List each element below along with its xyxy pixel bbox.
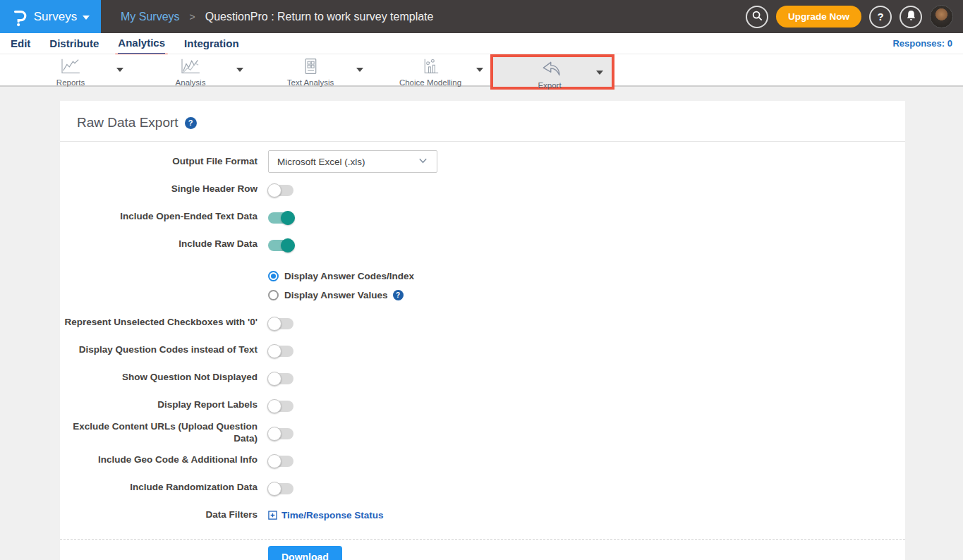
randomization-data-row: Include Randomization Data [60, 474, 905, 501]
product-switcher[interactable]: Surveys [0, 0, 101, 33]
toolbar-reports-label: Reports [56, 78, 85, 87]
open-ended-text-label: Include Open-Ended Text Data [60, 211, 258, 223]
include-raw-data-row: Include Raw Data [60, 231, 905, 258]
toolbar-analysis-label: Analysis [176, 78, 206, 87]
question-codes-toggle[interactable] [268, 346, 293, 357]
exclude-content-urls-row: Exclude Content URLs (Upload Question Da… [60, 419, 905, 446]
tab-distribute[interactable]: Distribute [49, 33, 99, 54]
tab-integration-label: Integration [184, 37, 239, 49]
question-not-displayed-label: Show Question Not Displayed [60, 372, 258, 384]
scatter-chart-icon [420, 58, 440, 78]
reports-dropdown-caret[interactable] [116, 68, 123, 72]
upgrade-now-button[interactable]: Upgrade Now [776, 6, 861, 28]
panel-header: Raw Data Export ? [60, 101, 905, 142]
output-format-value: Microsoft Excel (.xls) [277, 157, 418, 167]
unselected-checkboxes-row: Represent Unselected Checkboxes with '0' [60, 309, 905, 336]
breadcrumb-separator: > [190, 11, 195, 23]
data-filters-label: Data Filters [60, 509, 258, 521]
toggle-knob [267, 372, 281, 386]
answer-values-help-icon[interactable]: ? [393, 290, 404, 300]
toggle-knob [267, 482, 281, 496]
text-analysis-dropdown-caret[interactable] [356, 68, 363, 72]
choice-modelling-dropdown-caret[interactable] [476, 68, 483, 72]
question-not-displayed-row: Show Question Not Displayed [60, 364, 905, 391]
open-ended-text-toggle[interactable] [268, 212, 293, 224]
analysis-dropdown-caret[interactable] [236, 68, 243, 72]
output-format-row: Output File Format Microsoft Excel (.xls… [60, 147, 905, 176]
search-button[interactable] [746, 6, 768, 28]
time-response-status-label: Time/Response Status [281, 510, 384, 521]
tab-integration[interactable]: Integration [184, 33, 239, 54]
page-title: QuestionPro : Return to work survey temp… [205, 11, 434, 23]
analytics-toolbar: Reports Analysis Text Analysis Choice Mo… [0, 54, 963, 87]
chevron-down-icon [83, 16, 90, 20]
annotation-highlight-export: Export [490, 54, 614, 90]
answer-display-radio-group: Display Answer Codes/Index Display Answe… [60, 267, 905, 305]
toggle-knob [267, 399, 281, 413]
notifications-button[interactable] [900, 6, 922, 28]
toolbar-choice-modelling-label: Choice Modelling [399, 78, 461, 87]
randomization-data-toggle[interactable] [268, 483, 293, 494]
toolbar-export[interactable]: Export [504, 59, 595, 90]
toolbar-choice-modelling[interactable]: Choice Modelling [381, 58, 480, 87]
exclude-content-urls-label: Exclude Content URLs (Upload Question Da… [60, 421, 258, 445]
questionpro-logo-icon [11, 7, 28, 27]
output-format-select[interactable]: Microsoft Excel (.xls) [268, 150, 437, 173]
toolbar-text-analysis-label: Text Analysis [287, 78, 334, 87]
responses-count: Responses: 0 [892, 38, 952, 49]
unselected-checkboxes-label: Represent Unselected Checkboxes with '0' [60, 317, 258, 329]
open-ended-text-row: Include Open-Ended Text Data [60, 203, 905, 231]
include-raw-data-toggle[interactable] [268, 240, 293, 251]
report-labels-label: Display Report Labels [60, 399, 258, 411]
display-answer-values-label: Display Answer Values [284, 290, 388, 300]
single-header-row-label: Single Header Row [60, 183, 258, 195]
line-chart-icon [59, 58, 83, 78]
export-dropdown-caret[interactable] [596, 71, 603, 75]
toolbar-analysis[interactable]: Analysis [141, 58, 240, 87]
top-header: Surveys My Surveys > QuestionPro : Retur… [0, 0, 963, 33]
header-actions: Upgrade Now ? [746, 5, 963, 28]
question-not-displayed-toggle[interactable] [268, 373, 293, 384]
toggle-knob [267, 344, 281, 358]
download-button[interactable]: Download [268, 546, 342, 560]
toggle-knob [281, 238, 295, 252]
export-options-form: Output File Format Microsoft Excel (.xls… [60, 142, 905, 560]
exclude-content-urls-toggle[interactable] [268, 428, 293, 439]
display-answer-codes-radio[interactable] [268, 271, 279, 281]
tab-edit[interactable]: Edit [11, 33, 30, 54]
radio-row-codes-index: Display Answer Codes/Index [60, 267, 905, 286]
time-response-status-link[interactable]: Time/Response Status [268, 510, 384, 521]
report-labels-toggle[interactable] [268, 401, 293, 412]
question-codes-label: Display Question Codes instead of Text [60, 344, 258, 356]
single-header-row-toggle[interactable] [268, 185, 293, 196]
toolbar-text-analysis[interactable]: Text Analysis [261, 58, 360, 87]
multi-line-chart-icon [178, 58, 202, 78]
breadcrumb: My Surveys > QuestionPro : Return to wor… [121, 11, 433, 23]
bell-icon [906, 10, 916, 23]
toggle-knob [267, 427, 281, 441]
display-answer-values-radio[interactable] [268, 290, 279, 300]
toolbar-reports[interactable]: Reports [21, 58, 120, 87]
panel-title: Raw Data Export [77, 115, 178, 130]
user-avatar[interactable] [930, 5, 953, 28]
panel-help-icon[interactable]: ? [185, 117, 197, 129]
include-raw-data-label: Include Raw Data [60, 238, 258, 250]
question-mark-icon: ? [877, 11, 883, 23]
report-labels-row: Display Report Labels [60, 391, 905, 419]
search-icon [751, 10, 763, 23]
unselected-checkboxes-toggle[interactable] [268, 318, 293, 329]
tab-distribute-label: Distribute [49, 37, 99, 49]
survey-tab-nav: Edit Distribute Analytics Integration Re… [0, 33, 963, 54]
randomization-data-label: Include Randomization Data [60, 482, 258, 494]
tab-edit-label: Edit [11, 37, 30, 49]
breadcrumb-my-surveys[interactable]: My Surveys [121, 11, 180, 23]
radio-row-answer-values: Display Answer Values ? [60, 286, 905, 305]
toolbar-export-label: Export [538, 81, 561, 90]
download-row: Download [60, 540, 905, 560]
tab-analytics-label: Analytics [118, 37, 165, 49]
single-header-row: Single Header Row [60, 176, 905, 203]
help-button[interactable]: ? [869, 6, 892, 28]
geo-code-toggle[interactable] [268, 456, 293, 467]
display-answer-codes-label: Display Answer Codes/Index [284, 271, 414, 281]
tab-analytics[interactable]: Analytics [118, 33, 165, 54]
